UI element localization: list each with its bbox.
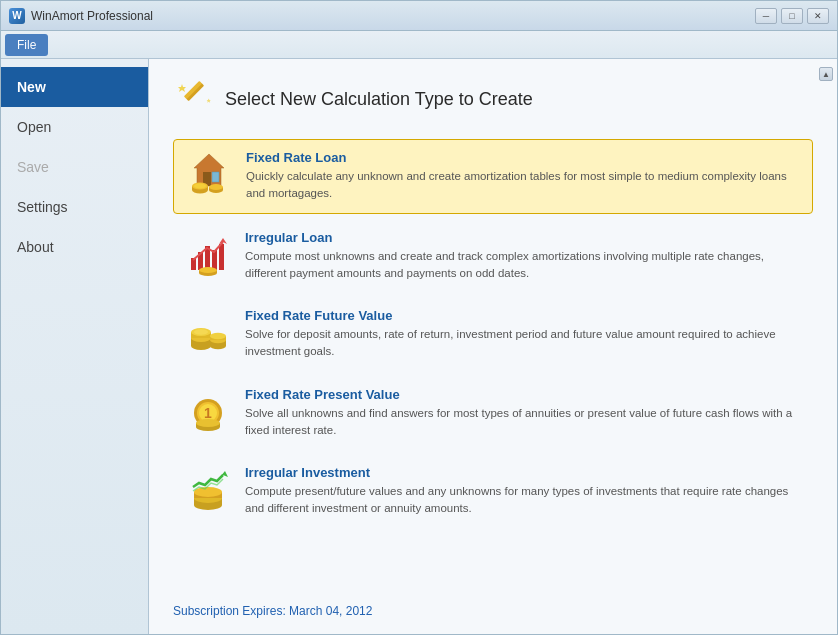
maximize-button[interactable]: □ <box>781 8 803 24</box>
window-controls: ─ □ ✕ <box>755 8 829 24</box>
svg-marker-3 <box>207 99 211 103</box>
fixed-rate-present-value-desc: Solve all unknowns and find answers for … <box>245 405 801 440</box>
svg-point-33 <box>210 333 226 339</box>
irregular-loan-desc: Compute most unknowns and create and tra… <box>245 248 801 283</box>
calc-item-irregular-investment[interactable]: Irregular Investment Compute present/fut… <box>173 455 813 528</box>
svg-marker-46 <box>220 471 228 477</box>
svg-point-13 <box>209 184 223 190</box>
sidebar: New Open Save Settings About <box>1 59 149 634</box>
content-header: Select New Calculation Type to Create <box>173 79 813 119</box>
irregular-investment-title: Irregular Investment <box>245 465 801 480</box>
calc-item-irregular-loan[interactable]: Irregular Loan Compute most unknowns and… <box>173 220 813 293</box>
app-icon: W <box>9 8 25 24</box>
fixed-rate-loan-desc: Quickly calculate any unknown and create… <box>246 168 800 203</box>
sidebar-item-open[interactable]: Open <box>1 107 148 147</box>
fixed-rate-future-value-title: Fixed Rate Future Value <box>245 308 801 323</box>
wand-icon <box>173 79 213 119</box>
main-layout: New Open Save Settings About ▲ <box>1 59 837 634</box>
svg-rect-6 <box>212 172 219 182</box>
svg-point-10 <box>194 184 206 189</box>
fixed-rate-loan-icon <box>186 150 232 196</box>
subscription-text: Subscription Expires: March 04, 2012 <box>173 604 372 618</box>
svg-point-40 <box>196 419 220 427</box>
menu-bar: File <box>1 31 837 59</box>
minimize-button[interactable]: ─ <box>755 8 777 24</box>
close-button[interactable]: ✕ <box>807 8 829 24</box>
svg-rect-17 <box>212 250 217 270</box>
fixed-rate-future-value-icon <box>185 308 231 354</box>
content-area: ▲ Select New Calculation Type to Create <box>149 59 837 634</box>
fixed-rate-present-value-icon: 1 <box>185 387 231 433</box>
svg-point-22 <box>199 267 217 273</box>
sidebar-item-new[interactable]: New <box>1 67 148 107</box>
irregular-loan-title: Irregular Loan <box>245 230 801 245</box>
svg-point-28 <box>194 329 208 335</box>
irregular-investment-desc: Compute present/future values and any un… <box>245 483 801 518</box>
content-title: Select New Calculation Type to Create <box>225 89 533 110</box>
calc-item-fixed-rate-present-value[interactable]: 1 Fixed Rate Present Value Solve all unk… <box>173 377 813 450</box>
sidebar-item-save: Save <box>1 147 148 187</box>
sidebar-item-settings[interactable]: Settings <box>1 187 148 227</box>
calc-item-fixed-rate-future-value[interactable]: Fixed Rate Future Value Solve for deposi… <box>173 298 813 371</box>
fixed-rate-present-value-text: Fixed Rate Present Value Solve all unkno… <box>245 387 801 440</box>
calc-item-fixed-rate-loan[interactable]: Fixed Rate Loan Quickly calculate any un… <box>173 139 813 214</box>
irregular-loan-icon <box>185 230 231 276</box>
fixed-rate-loan-title: Fixed Rate Loan <box>246 150 800 165</box>
title-bar-left: W WinAmort Professional <box>9 8 153 24</box>
svg-rect-18 <box>219 244 224 270</box>
irregular-investment-icon <box>185 465 231 511</box>
file-menu[interactable]: File <box>5 34 48 56</box>
main-window: W WinAmort Professional ─ □ ✕ File New O… <box>0 0 838 635</box>
fixed-rate-future-value-desc: Solve for deposit amounts, rate of retur… <box>245 326 801 361</box>
irregular-investment-text: Irregular Investment Compute present/fut… <box>245 465 801 518</box>
fixed-rate-future-value-text: Fixed Rate Future Value Solve for deposi… <box>245 308 801 361</box>
fixed-rate-loan-text: Fixed Rate Loan Quickly calculate any un… <box>246 150 800 203</box>
svg-point-45 <box>194 487 222 497</box>
title-bar: W WinAmort Professional ─ □ ✕ <box>1 1 837 31</box>
scroll-up-button[interactable]: ▲ <box>819 67 833 81</box>
scroll-area: ▲ <box>819 67 833 81</box>
window-title: WinAmort Professional <box>31 9 153 23</box>
svg-marker-2 <box>178 84 186 92</box>
svg-text:1: 1 <box>204 405 212 421</box>
irregular-loan-text: Irregular Loan Compute most unknowns and… <box>245 230 801 283</box>
sidebar-item-about[interactable]: About <box>1 227 148 267</box>
fixed-rate-present-value-title: Fixed Rate Present Value <box>245 387 801 402</box>
